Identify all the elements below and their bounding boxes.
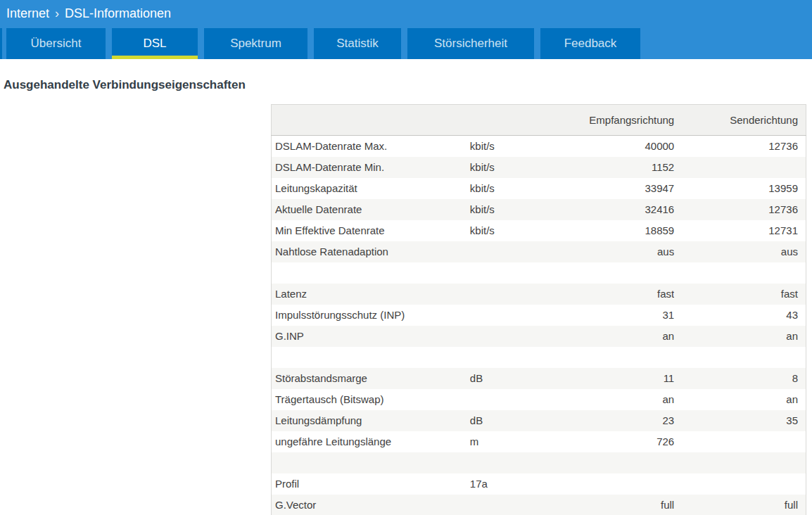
row-unit-cell (470, 241, 583, 262)
header-unit-cell (470, 105, 583, 136)
row-unit-cell (470, 389, 583, 410)
row-downstream-value: aus (583, 241, 674, 262)
tab-edge-sliver (0, 28, 2, 59)
row-upstream-value (674, 431, 806, 452)
row-unit-cell (470, 326, 583, 347)
table-row: Min Effektive Datenrate kbit/s 18859 127… (272, 220, 806, 241)
top-header: Internet›DSL-Informationen Übersicht DSL… (0, 0, 812, 59)
row-name-cell (272, 452, 470, 473)
table-row: G.Vector full full (272, 495, 806, 515)
row-name-cell (272, 262, 470, 284)
row-upstream-value: 12736 (674, 136, 806, 157)
table-row: Störabstandsmarge dB 11 8 (272, 368, 806, 389)
row-downstream-value: full (583, 495, 674, 515)
header-upstream-cell: Senderichtung (674, 105, 806, 136)
row-unit-cell: m (470, 431, 583, 452)
row-upstream-value (674, 347, 806, 368)
row-unit-cell: kbit/s (470, 157, 583, 178)
table-row: Latenz fast fast (272, 284, 806, 305)
table-row: Impulsstörungsschutz (INP) 31 43 (272, 305, 806, 326)
table-row (272, 347, 806, 368)
row-downstream-value (583, 347, 674, 368)
row-unit-cell: dB (470, 368, 583, 389)
row-upstream-value: aus (674, 241, 806, 262)
row-name-cell: Leitungsdämpfung (272, 410, 470, 431)
row-upstream-value (674, 452, 806, 473)
row-unit-cell: dB (470, 410, 583, 431)
table-row: G.INP an an (272, 326, 806, 347)
table-row: Aktuelle Datenrate kbit/s 32416 12736 (272, 199, 806, 220)
row-upstream-value: 35 (674, 410, 806, 431)
tab-uebersicht[interactable]: Übersicht (6, 28, 106, 59)
breadcrumb-section[interactable]: Internet (6, 6, 49, 20)
connection-table-body: DSLAM-Datenrate Max. kbit/s 40000 12736 … (272, 136, 806, 515)
connection-properties-table-container: Empfangsrichtung Senderichtung DSLAM-Dat… (271, 104, 807, 515)
row-downstream-value: 33947 (583, 178, 674, 199)
row-upstream-value: 43 (674, 305, 806, 326)
row-upstream-value: 13959 (674, 178, 806, 199)
tab-stoersicherheit[interactable]: Störsicherheit (407, 28, 534, 59)
row-downstream-value: 32416 (583, 199, 674, 220)
row-name-cell: Impulsstörungsschutz (INP) (272, 305, 470, 326)
row-name-cell (272, 347, 470, 368)
row-unit-cell (470, 262, 583, 284)
table-row: Trägertausch (Bitswap) an an (272, 389, 806, 410)
row-downstream-value: an (583, 326, 674, 347)
row-downstream-value: 31 (583, 305, 674, 326)
row-name-cell: DSLAM-Datenrate Max. (272, 136, 470, 157)
breadcrumb-page: DSL-Informationen (65, 6, 171, 20)
page-title: Ausgehandelte Verbindungseigenschaften (4, 78, 812, 92)
row-name-cell: Aktuelle Datenrate (272, 199, 470, 220)
row-name-cell: Latenz (272, 284, 470, 305)
row-upstream-value: 8 (674, 368, 806, 389)
row-name-cell: Störabstandsmarge (272, 368, 470, 389)
row-unit-cell (470, 305, 583, 326)
header-name-cell (272, 105, 470, 136)
row-upstream-value: full (674, 495, 806, 515)
row-unit-cell (470, 284, 583, 305)
tab-bar: Übersicht DSL Spektrum Statistik Störsic… (0, 28, 812, 59)
row-name-cell: Profil (272, 473, 470, 495)
row-name-cell: ungefähre Leitungslänge (272, 431, 470, 452)
tab-dsl[interactable]: DSL (112, 28, 198, 59)
row-downstream-value: an (583, 389, 674, 410)
row-upstream-value (674, 473, 806, 495)
row-name-cell: G.Vector (272, 495, 470, 515)
row-downstream-value: 11 (583, 368, 674, 389)
row-upstream-value (674, 262, 806, 284)
table-row: Profil 17a (272, 473, 806, 495)
row-upstream-value: an (674, 326, 806, 347)
table-header-row: Empfangsrichtung Senderichtung (272, 105, 806, 136)
table-row (272, 452, 806, 473)
tab-statistik[interactable]: Statistik (314, 28, 401, 59)
row-name-cell: Trägertausch (Bitswap) (272, 389, 470, 410)
header-downstream-cell: Empfangsrichtung (583, 105, 674, 136)
row-unit-cell (470, 347, 583, 368)
row-downstream-value (583, 262, 674, 284)
row-unit-cell: kbit/s (470, 136, 583, 157)
row-downstream-value: 1152 (583, 157, 674, 178)
row-upstream-value (674, 157, 806, 178)
row-downstream-value: 726 (583, 431, 674, 452)
row-unit-cell: kbit/s (470, 220, 583, 241)
row-downstream-value: fast (583, 284, 674, 305)
table-row: ungefähre Leitungslänge m 726 (272, 431, 806, 452)
row-downstream-value (583, 473, 674, 495)
row-unit-cell: kbit/s (470, 199, 583, 220)
breadcrumb-chevron-icon: › (55, 6, 59, 20)
connection-properties-table: Empfangsrichtung Senderichtung DSLAM-Dat… (271, 104, 806, 515)
tab-spektrum[interactable]: Spektrum (204, 28, 307, 59)
row-downstream-value: 18859 (583, 220, 674, 241)
tab-feedback[interactable]: Feedback (540, 28, 640, 59)
row-name-cell: DSLAM-Datenrate Min. (272, 157, 470, 178)
breadcrumb: Internet›DSL-Informationen (0, 0, 812, 28)
row-unit-cell (470, 495, 583, 515)
row-downstream-value (583, 452, 674, 473)
row-name-cell: Min Effektive Datenrate (272, 220, 470, 241)
row-downstream-value: 23 (583, 410, 674, 431)
row-upstream-value: 12731 (674, 220, 806, 241)
row-downstream-value: 40000 (583, 136, 674, 157)
table-row: Nahtlose Ratenadaption aus aus (272, 241, 806, 262)
row-unit-cell: 17a (470, 473, 583, 495)
table-row: DSLAM-Datenrate Max. kbit/s 40000 12736 (272, 136, 806, 157)
